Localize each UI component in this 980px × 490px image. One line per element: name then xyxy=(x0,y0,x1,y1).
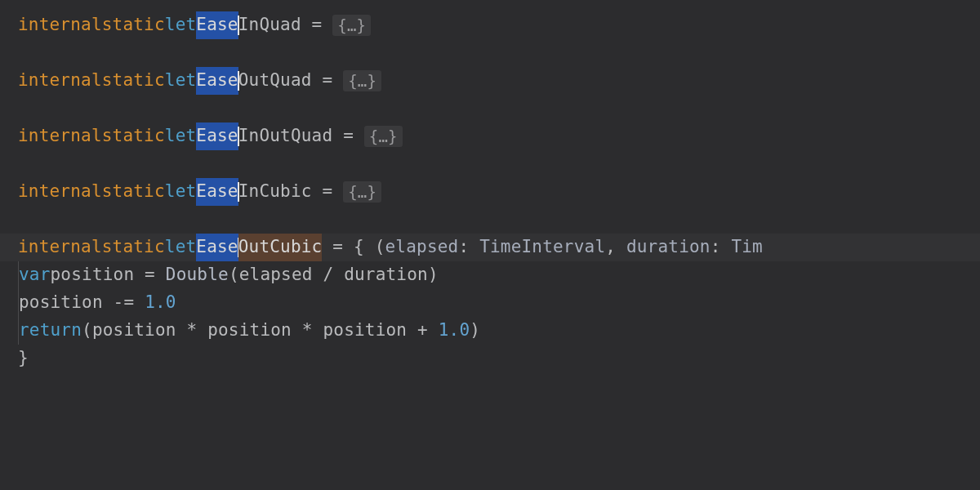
paren: ) xyxy=(470,317,480,345)
blank-line xyxy=(0,150,980,178)
paren: ( xyxy=(82,317,92,345)
code-line[interactable]: return (position * position * position +… xyxy=(0,317,980,345)
fold-marker[interactable]: {…} xyxy=(332,15,371,36)
search-match: Ease xyxy=(196,122,238,150)
fold-marker[interactable]: {…} xyxy=(364,126,403,147)
keyword-return: return xyxy=(19,317,82,345)
closure-param: duration xyxy=(626,234,710,261)
keyword-internal: internal xyxy=(18,234,102,261)
identifier: OutQuad xyxy=(238,67,312,95)
operator: * xyxy=(292,317,323,345)
blank-line xyxy=(0,95,980,122)
search-match-current: Ease xyxy=(196,234,238,261)
keyword-static: static xyxy=(102,178,165,206)
blank-line xyxy=(0,206,980,234)
search-match: Ease xyxy=(196,178,238,206)
keyword-static: static xyxy=(102,122,165,150)
operator: = xyxy=(322,234,354,261)
keyword-let: let xyxy=(165,122,197,150)
operator: = xyxy=(134,261,166,289)
number-literal: 1.0 xyxy=(439,317,470,345)
fold-marker[interactable]: {…} xyxy=(343,181,381,203)
identifier: position xyxy=(207,317,292,345)
operator: = xyxy=(312,67,344,95)
keyword-static: static xyxy=(102,234,165,261)
brace: } xyxy=(18,345,29,372)
search-match: Ease xyxy=(196,67,238,95)
identifier: elapsed xyxy=(239,261,313,289)
keyword-var: var xyxy=(19,261,51,289)
keyword-internal: internal xyxy=(18,122,102,150)
blank-line xyxy=(0,39,980,67)
identifier: position xyxy=(323,317,407,345)
keyword-internal: internal xyxy=(18,67,102,95)
operator: = xyxy=(332,122,364,150)
operator: = xyxy=(301,11,333,39)
identifier: InOutQuad xyxy=(238,122,333,150)
colon: : xyxy=(458,234,479,261)
keyword-internal: internal xyxy=(18,11,102,39)
type-constructor: Double xyxy=(166,261,229,289)
type-name: TimeInterval xyxy=(479,234,605,261)
identifier: position xyxy=(92,317,176,345)
brace: { ( xyxy=(354,234,385,261)
code-line[interactable]: position -= 1.0 xyxy=(0,289,980,317)
keyword-let: let xyxy=(165,67,197,95)
operator: * xyxy=(176,317,208,345)
paren: ) xyxy=(428,261,439,289)
keyword-internal: internal xyxy=(18,178,102,206)
keyword-let: let xyxy=(165,234,197,261)
closure-param: elapsed xyxy=(385,234,459,261)
code-line[interactable]: } xyxy=(0,345,980,372)
code-line[interactable]: internal static let EaseInQuad = {…} xyxy=(0,11,980,39)
number-literal: 1.0 xyxy=(145,289,176,317)
code-line[interactable]: internal static let EaseOutQuad = {…} xyxy=(0,67,980,95)
code-line[interactable]: internal static let EaseInCubic = {…} xyxy=(0,178,980,206)
keyword-let: let xyxy=(165,178,197,206)
code-line-active[interactable]: internal static let EaseOutCubic = { (el… xyxy=(0,234,980,261)
identifier: InQuad xyxy=(238,11,301,39)
code-line[interactable]: var position = Double(elapsed / duration… xyxy=(0,261,980,289)
code-line[interactable]: internal static let EaseInOutQuad = {…} xyxy=(0,122,980,150)
identifier: position xyxy=(19,289,103,317)
operator: = xyxy=(312,178,344,206)
keyword-static: static xyxy=(102,67,165,95)
keyword-static: static xyxy=(102,11,165,39)
comma: , xyxy=(605,234,626,261)
code-editor[interactable]: internal static let EaseInQuad = {…} int… xyxy=(0,0,980,372)
search-match: Ease xyxy=(196,11,238,39)
colon: : xyxy=(710,234,732,261)
keyword-let: let xyxy=(165,11,197,39)
operator: / xyxy=(313,261,345,289)
identifier: position xyxy=(51,261,135,289)
operator: -= xyxy=(103,289,145,317)
fold-marker[interactable]: {…} xyxy=(343,70,381,91)
paren: ( xyxy=(229,261,239,289)
operator: + xyxy=(407,317,439,345)
type-name-truncated: Tim xyxy=(731,234,763,261)
identifier: duration xyxy=(344,261,428,289)
identifier-highlight: OutCubic xyxy=(238,234,323,261)
identifier: InCubic xyxy=(238,178,312,206)
